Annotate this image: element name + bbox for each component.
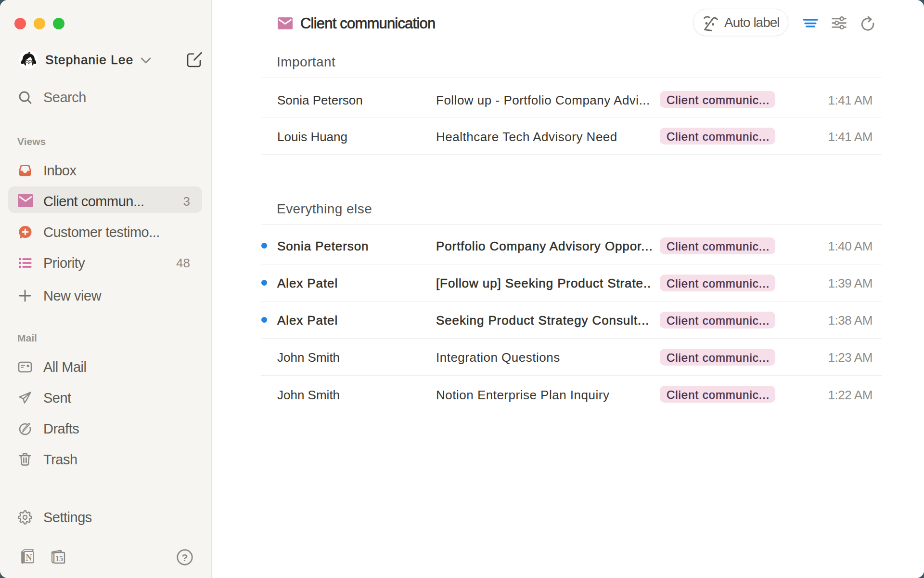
- svg-text:15: 15: [55, 554, 63, 563]
- svg-text:?: ?: [182, 552, 188, 563]
- svg-text:N: N: [26, 553, 32, 563]
